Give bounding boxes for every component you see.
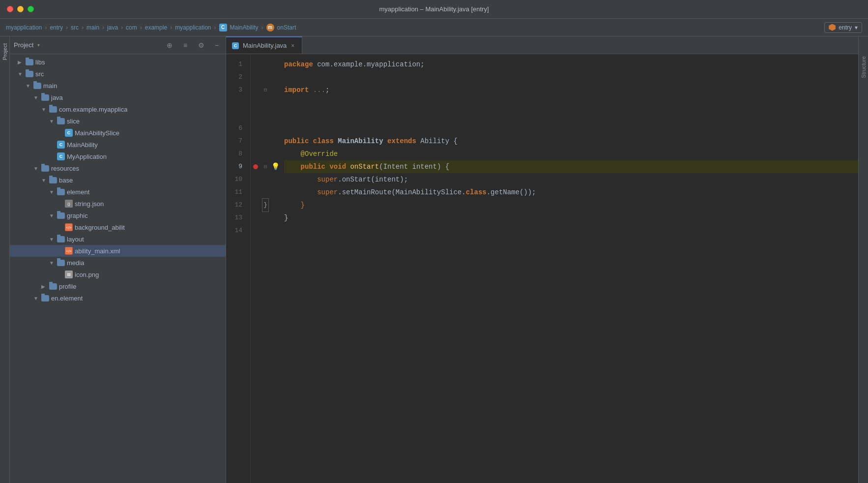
breadcrumb-java[interactable]: java [107,24,118,31]
breadcrumb-com[interactable]: com [126,24,137,31]
maximize-button[interactable] [28,6,34,12]
close-button[interactable] [7,6,13,12]
tree-label-media: media [67,259,84,267]
tree-arrow-en-element: ▼ [33,296,41,301]
tree-label-mainability: MainAbility [67,141,98,149]
tree-label-java: java [51,94,63,101]
class-icon: C [219,24,227,31]
breadcrumb-src[interactable]: src [71,24,79,31]
tree-label-graphic: graphic [67,212,88,219]
tree-item-mainabilityslice[interactable]: C MainAbilitySlice [10,127,226,139]
sidebar-item-structure[interactable]: Structure [861,56,867,78]
lightbulb-suggestion-line9[interactable]: 💡 [271,160,280,173]
code-line-8: @Override [284,148,858,160]
fold-gutter: ⊟ ⊟ } [260,54,270,483]
folder-icon-libs [26,59,33,65]
tree-item-background[interactable]: </> background_abilit [10,221,226,233]
tree-item-profile[interactable]: ▶ profile [10,280,226,292]
tree-item-mainability[interactable]: C MainAbility [10,139,226,151]
folder-icon-slice [57,118,65,124]
minimize-button[interactable] [17,6,24,12]
tree-label-mainabilityslice: MainAbilitySlice [75,129,119,137]
breakpoint-line9[interactable] [253,164,258,169]
folder-icon-base [49,177,57,183]
tree-label-slice: slice [67,118,80,125]
tree-label-background: background_abilit [75,224,125,231]
project-toolbar: Project ▾ ⊕ ≡ ⚙ − [10,36,226,54]
breadcrumb-myapplication2[interactable]: myapplication [175,24,211,31]
fold-method-button[interactable]: ⊟ [264,160,267,173]
tree-item-src[interactable]: ▼ src [10,68,226,80]
tree-arrow-libs: ▶ [18,60,26,65]
folder-icon-resources [41,165,49,172]
tree-item-myapplication[interactable]: C MyApplication [10,151,226,162]
project-panel: Project ▾ ⊕ ≡ ⚙ − ▶ libs ▼ src ▼ [10,36,226,483]
breadcrumb-myapplication[interactable]: myapplication [6,24,42,31]
tree-arrow-profile: ▶ [41,284,49,289]
traffic-lights [7,6,34,12]
tree-item-resources[interactable]: ▼ resources [10,162,226,174]
breadcrumb-entry[interactable]: entry [50,24,63,31]
run-configuration-dropdown[interactable]: entry ▾ [824,22,862,33]
tree-label-en-element: en.element [51,295,83,302]
code-line-4 [284,96,858,109]
window-title: myapplication – MainAbility.java [entry] [379,5,489,13]
tree-item-en-element[interactable]: ▼ en.element [10,292,226,304]
tree-label-string-json: string.json [75,200,104,208]
tree-item-ability-main-xml[interactable]: </> ability_main.xml [10,245,226,257]
tree-item-slice[interactable]: ▼ slice [10,115,226,127]
editor-tabs: C MainAbility.java × [226,36,858,54]
tree-arrow-media: ▼ [49,260,57,266]
folder-icon-en-element [41,295,49,302]
tree-item-media[interactable]: ▼ media [10,257,226,269]
lightbulb-gutter: 💡 [270,54,280,483]
tree-item-com-example[interactable]: ▼ com.example.myapplica [10,103,226,115]
run-config-icon [829,24,836,31]
java-icon-myapplication: C [57,152,65,160]
hide-panel-button[interactable]: − [212,40,222,50]
breadcrumb-example[interactable]: example [145,24,167,31]
folder-icon-layout [57,236,65,242]
tree-arrow-main: ▼ [26,83,33,89]
main-layout: Project Project ▾ ⊕ ≡ ⚙ − ▶ libs ▼ src [0,36,868,483]
tree-arrow-resources: ▼ [33,166,41,171]
tree-label-myapplication: MyApplication [67,153,107,160]
breadcrumb-mainability[interactable]: MainAbility [230,24,259,31]
json-icon-string: {} [65,200,73,208]
tree-item-java[interactable]: ▼ java [10,91,226,103]
tree-label-main: main [43,82,57,90]
java-icon-mainabilityslice: C [65,129,73,137]
code-editor[interactable]: 1 2 3 6 7 8 9 10 11 12 13 14 [226,54,858,483]
collapse-all-button[interactable]: ≡ [180,40,190,50]
folder-icon-media [57,260,65,266]
tab-close-button[interactable]: × [289,42,296,50]
xml-icon-background: </> [65,223,73,231]
code-line-1: package com.example.myapplication; [284,58,858,71]
tab-mainability-java[interactable]: C MainAbility.java × [226,36,302,54]
tree-item-element[interactable]: ▼ element [10,186,226,198]
code-content[interactable]: package com.example.myapplication; impor… [280,54,858,483]
locate-file-button[interactable]: ⊕ [165,40,174,50]
breadcrumb-main[interactable]: main [87,24,99,31]
code-line-7: public class MainAbility extends Ability… [284,135,858,148]
tree-item-libs[interactable]: ▶ libs [10,56,226,68]
code-line-5 [284,109,858,122]
tree-item-layout[interactable]: ▼ layout [10,233,226,245]
breadcrumb-onstart[interactable]: onStart [277,24,296,31]
sidebar-item-project[interactable]: Project [1,41,9,62]
tree-item-base[interactable]: ▼ base [10,174,226,186]
project-dropdown-arrow[interactable]: ▾ [37,42,40,48]
tree-item-main[interactable]: ▼ main [10,80,226,91]
tree-item-string-json[interactable]: {} string.json [10,198,226,210]
tree-label-base: base [59,177,73,184]
tree-item-graphic[interactable]: ▼ graphic [10,210,226,221]
chevron-down-icon: ▾ [855,24,858,31]
tree-label-layout: layout [67,236,84,243]
tree-item-icon-png[interactable]: 🖼 icon.png [10,269,226,280]
settings-button[interactable]: ⚙ [196,40,206,50]
code-line-9: public void onStart(Intent intent) { [284,160,858,173]
tab-filename: MainAbility.java [243,42,287,49]
fold-import-button[interactable]: ⊟ [264,84,267,96]
tree-arrow-slice: ▼ [49,119,57,124]
tree-arrow-layout: ▼ [49,237,57,242]
